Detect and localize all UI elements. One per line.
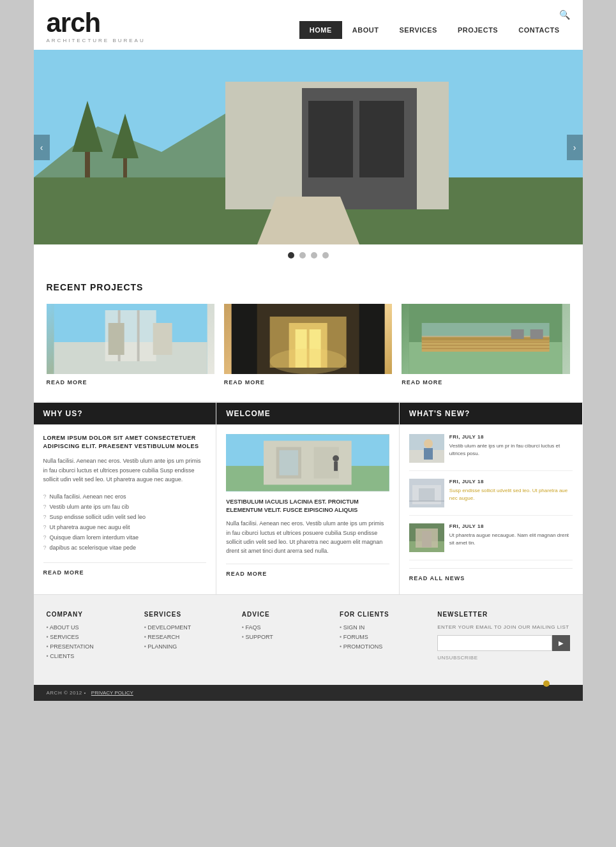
footer-services-link-2[interactable]: RESEARCH: [144, 634, 232, 640]
main-nav: HOME ABOUT SERVICES PROJECTS CONTACTS: [299, 21, 570, 39]
footer-privacy-link[interactable]: PRIVACY POLICY: [91, 690, 133, 696]
slider-next[interactable]: ›: [567, 135, 583, 160]
info-columns: WHY US? LOREM IPSUM DOLOR SIT AMET CONSE…: [34, 402, 583, 594]
footer-clients-link-1[interactable]: SIGN IN: [340, 624, 428, 631]
footer-clients-link-2[interactable]: FORUMS: [340, 634, 428, 640]
footer-company-link-1[interactable]: ABOUT US: [47, 624, 135, 631]
svg-rect-17: [153, 323, 172, 355]
footer-newsletter: NEWSLETTER ENTER YOUR EMAIL TO JOIN OUR …: [437, 611, 569, 663]
news-text-2: Susp endisse sollicit udvelit sed leo. U…: [449, 487, 573, 502]
dot-1[interactable]: [288, 252, 294, 259]
svg-rect-35: [511, 329, 524, 339]
newsletter-input[interactable]: [437, 635, 552, 651]
newsletter-desc: ENTER YOUR EMAIL TO JOIN OUR MAILING LIS…: [437, 624, 569, 630]
news-item-2: FRI, JULY 18 Susp endisse sollicit udvel…: [409, 479, 573, 516]
project-card-3: READ MORE: [402, 304, 569, 386]
footer-company-link-2[interactable]: SERVICES: [47, 634, 135, 640]
footer-company-link-4[interactable]: CLIENTS: [47, 653, 135, 659]
footer-advice: ADVICE FAQS SUPPORT: [242, 611, 330, 663]
footer-newsletter-title: NEWSLETTER: [437, 611, 569, 618]
footer-for-clients: FOR CLIENTS SIGN IN FORUMS PROMOTIONS: [340, 611, 428, 663]
project-2-read-more[interactable]: READ MORE: [224, 379, 392, 386]
bullet-5: Quisque diam lorem interdum vitae: [43, 532, 207, 543]
footer-company-link-3[interactable]: PRESENTATION: [47, 643, 135, 650]
project-card-2: READ MORE: [224, 304, 392, 386]
news-date-1: FRI, JULY 18: [449, 434, 573, 440]
unsubscribe-link[interactable]: UNSUBSCRIBE: [437, 655, 569, 661]
welcome-image: [226, 434, 389, 491]
footer-for-clients-title: FOR CLIENTS: [340, 611, 428, 618]
dot-4[interactable]: [322, 252, 329, 259]
newsletter-form: ▶: [437, 635, 569, 651]
news-text-1: Vestib ulum ante ips um pr in fau ciburc…: [449, 442, 573, 458]
news-item-3: FRI, JULY 18 Ut pharetra augue necaugue.…: [409, 523, 573, 560]
news-thumb-2: [409, 479, 444, 507]
footer-copyright: ARCH © 2012 •: [47, 690, 86, 696]
svg-rect-18: [108, 323, 124, 355]
recent-projects-title: RECENT PROJECTS: [47, 282, 570, 292]
bullet-3: Susp endisse sollicit udin velit sed leo: [43, 512, 207, 522]
dot-3[interactable]: [311, 252, 317, 259]
nav-projects[interactable]: PROJECTS: [447, 21, 508, 39]
welcome-read-more[interactable]: READ MORE: [226, 571, 389, 577]
dot-2[interactable]: [299, 252, 306, 259]
svg-rect-36: [530, 329, 543, 339]
news-content-2: FRI, JULY 18 Susp endisse sollicit udvel…: [449, 479, 573, 507]
news-thumb-3: [409, 523, 444, 552]
news-text-3: Ut pharetra augue necaugue. Nam elit mag…: [449, 532, 573, 547]
nav-contacts[interactable]: CONTACTS: [508, 21, 569, 39]
projects-grid: READ MORE: [47, 304, 570, 386]
svg-rect-5: [308, 101, 353, 177]
nav-home[interactable]: HOME: [299, 21, 342, 39]
news-content-3: FRI, JULY 18 Ut pharetra augue necaugue.…: [449, 523, 573, 552]
logo-sub: ARCHITECTURE BUREAU: [47, 38, 146, 43]
why-us-read-more[interactable]: READ MORE: [43, 569, 207, 576]
bullet-2: Vestib ulum ante ips um fau cib: [43, 502, 207, 512]
news-content-1: FRI, JULY 18 Vestib ulum ante ips um pr …: [449, 434, 573, 463]
svg-rect-6: [359, 101, 404, 177]
search-icon[interactable]: 🔍: [559, 10, 570, 20]
slider-dots: [34, 244, 583, 266]
footer-company: COMPANY ABOUT US SERVICES PRESENTATION C…: [47, 611, 135, 663]
project-1-read-more[interactable]: READ MORE: [47, 379, 214, 386]
hero-image: [34, 50, 583, 244]
logo-area: arch ARCHITECTURE BUREAU: [47, 10, 146, 43]
recent-projects-section: RECENT PROJECTS READ: [34, 266, 583, 401]
footer-services-title: SERVICES: [144, 611, 232, 618]
footer-columns: COMPANY ABOUT US SERVICES PRESENTATION C…: [47, 611, 570, 663]
whats-new-header: WHAT'S NEW?: [400, 403, 583, 424]
nav-about[interactable]: ABOUT: [342, 21, 389, 39]
why-us-headline: LOREM IPSUM DOLOR SIT AMET CONSECTETUER …: [43, 434, 207, 450]
project-image-3: [402, 304, 569, 374]
bullet-1: Nulla facilisi. Aenean nec eros: [43, 491, 207, 502]
footer-services: SERVICES DEVELOPMENT RESEARCH PLANNING: [144, 611, 232, 663]
footer: COMPANY ABOUT US SERVICES PRESENTATION C…: [34, 594, 583, 685]
footer-advice-link-2[interactable]: SUPPORT: [242, 634, 330, 640]
why-us-column: WHY US? LOREM IPSUM DOLOR SIT AMET CONSE…: [34, 403, 217, 594]
footer-services-link-3[interactable]: PLANNING: [144, 643, 232, 650]
read-all-news[interactable]: READ ALL NEWS: [409, 575, 573, 581]
welcome-column: WELCOME VESTIBULUM IACULIS LACINIA: [216, 403, 400, 594]
why-us-bullets: Nulla facilisi. Aenean nec eros Vestib u…: [43, 491, 207, 553]
news-date-2: FRI, JULY 18: [449, 479, 573, 484]
why-us-body: Nulla facilisi. Aenean nec eros. Vestib …: [43, 456, 207, 484]
bullet-4: Ut pharetra augue nec augu elit: [43, 522, 207, 532]
svg-point-47: [424, 439, 433, 448]
nav-services[interactable]: SERVICES: [389, 21, 447, 39]
project-3-read-more[interactable]: READ MORE: [402, 379, 569, 386]
newsletter-submit[interactable]: ▶: [552, 635, 570, 651]
footer-company-title: COMPANY: [47, 611, 135, 618]
svg-rect-16: [137, 310, 139, 361]
slider-prev[interactable]: ‹: [34, 135, 50, 160]
footer-advice-link-1[interactable]: FAQS: [242, 624, 330, 631]
footer-services-link-1[interactable]: DEVELOPMENT: [144, 624, 232, 631]
whats-new-column: WHAT'S NEW? FRI, JULY 18: [400, 403, 583, 594]
footer-clients-link-3[interactable]: PROMOTIONS: [340, 643, 428, 650]
svg-point-43: [333, 455, 339, 461]
bullet-6: dapibus ac scelerisque vitae pede: [43, 543, 207, 553]
news-item-1: FRI, JULY 18 Vestib ulum ante ips um pr …: [409, 434, 573, 471]
project-card-1: READ MORE: [47, 304, 214, 386]
welcome-caption: VESTIBULUM IACULIS LACINIA EST. PROICTUM…: [226, 498, 389, 514]
footer-bottom: ARCH © 2012 • PRIVACY POLICY: [34, 685, 583, 701]
logo-text: arch: [47, 10, 146, 36]
